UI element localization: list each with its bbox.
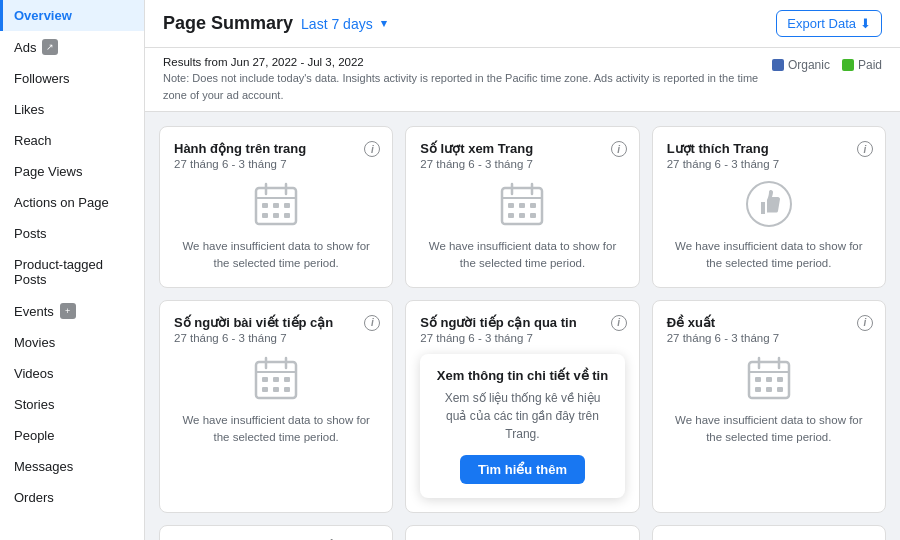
- card-subtitle: 27 tháng 6 - 3 tháng 7: [420, 158, 624, 170]
- sidebar-item-label: Messages: [14, 459, 73, 474]
- card-icon-area: [667, 354, 871, 402]
- card-message: We have insufficient data to show for th…: [174, 238, 378, 273]
- svg-rect-38: [755, 387, 761, 392]
- legend-organic: Organic: [772, 58, 830, 72]
- card-subtitle: 27 tháng 6 - 3 tháng 7: [667, 158, 871, 170]
- svg-rect-40: [777, 387, 783, 392]
- sidebar-item-overview[interactable]: Overview: [0, 0, 144, 31]
- page-title: Page Summary Last 7 days ▾: [163, 13, 387, 34]
- chevron-down-icon[interactable]: ▾: [381, 17, 387, 30]
- info-icon[interactable]: i: [857, 315, 873, 331]
- sidebar-item-messages[interactable]: Messages: [0, 451, 144, 482]
- svg-rect-39: [766, 387, 772, 392]
- card-icon-area: [420, 180, 624, 228]
- sidebar-item-label: People: [14, 428, 54, 443]
- calendar-icon: [252, 354, 300, 402]
- results-from: Results from Jun 27, 2022 - Jul 3, 2022: [163, 56, 364, 68]
- date-range-selector[interactable]: Last 7 days: [301, 16, 373, 32]
- tim-hieu-them-button[interactable]: Tìm hiểu thêm: [460, 455, 585, 484]
- page-header: Page Summary Last 7 days ▾ Export Data ⬇: [145, 0, 900, 48]
- card-title: Đề xuất: [667, 315, 871, 330]
- sidebar-item-followers[interactable]: Followers: [0, 63, 144, 94]
- calendar-icon: [745, 354, 793, 402]
- info-icon[interactable]: i: [364, 315, 380, 331]
- sidebar-item-label: Videos: [14, 366, 54, 381]
- export-data-button[interactable]: Export Data ⬇: [776, 10, 882, 37]
- svg-rect-17: [508, 213, 514, 218]
- card-so-nguoi-tiep-can: Số người tiếp cận qua tin 27 tháng 6 - 3…: [405, 300, 639, 513]
- sidebar-item-page-views[interactable]: Page Views: [0, 156, 144, 187]
- svg-rect-19: [530, 213, 536, 218]
- svg-rect-7: [262, 213, 268, 218]
- card-subtitle: 27 tháng 6 - 3 tháng 7: [420, 332, 624, 344]
- sidebar-item-reach[interactable]: Reach: [0, 125, 144, 156]
- svg-rect-37: [777, 377, 783, 382]
- svg-rect-25: [262, 377, 268, 382]
- card-title: Hành động trên trang: [174, 141, 378, 156]
- svg-rect-9: [284, 213, 290, 218]
- svg-rect-35: [755, 377, 761, 382]
- card-popup: Xem thông tin chi tiết về tin Xem số liệ…: [420, 354, 624, 498]
- sidebar: Overview Ads ↗ Followers Likes Reach Pag…: [0, 0, 145, 540]
- thumbsup-icon: [745, 180, 793, 228]
- sidebar-item-label: Reach: [14, 133, 52, 148]
- card-subtitle: 27 tháng 6 - 3 tháng 7: [174, 158, 378, 170]
- sidebar-item-label: Actions on Page: [14, 195, 109, 210]
- svg-rect-6: [284, 203, 290, 208]
- paid-dot: [842, 59, 854, 71]
- sidebar-item-label: Orders: [14, 490, 54, 505]
- svg-rect-16: [530, 203, 536, 208]
- svg-rect-28: [262, 387, 268, 392]
- card-title: Số người tiếp cận qua tin: [420, 315, 624, 330]
- card-nguoi-theo-doi: Người theo dõi Trang 27 tháng 6 - 3 thán…: [652, 525, 886, 541]
- sidebar-item-label: Ads: [14, 40, 36, 55]
- events-icon: +: [60, 303, 76, 319]
- card-message: We have insufficient data to show for th…: [667, 412, 871, 447]
- sidebar-item-label: Stories: [14, 397, 54, 412]
- info-icon[interactable]: i: [857, 141, 873, 157]
- card-subtitle: 27 tháng 6 - 3 tháng 7: [667, 332, 871, 344]
- info-note: Note: Does not include today's data. Ins…: [163, 72, 758, 101]
- sidebar-item-label: Product-tagged Posts: [14, 257, 130, 287]
- sidebar-item-label: Followers: [14, 71, 70, 86]
- sidebar-item-ads[interactable]: Ads ↗: [0, 31, 144, 63]
- sidebar-item-label: Posts: [14, 226, 47, 241]
- card-de-xuat: Đề xuất 27 tháng 6 - 3 tháng 7 i We have: [652, 300, 886, 513]
- sidebar-item-orders[interactable]: Orders: [0, 482, 144, 513]
- popup-title: Xem thông tin chi tiết về tin: [436, 368, 608, 383]
- sidebar-item-posts[interactable]: Posts: [0, 218, 144, 249]
- sidebar-item-movies[interactable]: Movies: [0, 327, 144, 358]
- card-message: We have insufficient data to show for th…: [174, 412, 378, 447]
- sidebar-item-label: Page Views: [14, 164, 82, 179]
- sidebar-item-videos[interactable]: Videos: [0, 358, 144, 389]
- legend: Organic Paid: [772, 58, 882, 72]
- calendar-icon: [498, 180, 546, 228]
- card-message: We have insufficient data to show for th…: [420, 238, 624, 273]
- svg-rect-26: [273, 377, 279, 382]
- sidebar-item-label: Events: [14, 304, 54, 319]
- organic-dot: [772, 59, 784, 71]
- card-icon-area: [174, 180, 378, 228]
- card-message: We have insufficient data to show for th…: [667, 238, 871, 273]
- sidebar-item-product-tagged-posts[interactable]: Product-tagged Posts: [0, 249, 144, 295]
- svg-rect-15: [519, 203, 525, 208]
- info-icon[interactable]: i: [611, 315, 627, 331]
- svg-rect-5: [273, 203, 279, 208]
- info-icon[interactable]: i: [611, 141, 627, 157]
- svg-rect-18: [519, 213, 525, 218]
- info-bar: Results from Jun 27, 2022 - Jul 3, 2022 …: [145, 48, 900, 112]
- sidebar-item-events[interactable]: Events +: [0, 295, 144, 327]
- card-luot-tuong-tac: Lượt tương tác với bài viết 27 tháng 6 -…: [159, 525, 393, 541]
- sidebar-item-label: Movies: [14, 335, 55, 350]
- card-luot-thich: Lượt thích Trang 27 tháng 6 - 3 tháng 7 …: [652, 126, 886, 288]
- svg-rect-29: [273, 387, 279, 392]
- sidebar-item-actions-on-page[interactable]: Actions on Page: [0, 187, 144, 218]
- svg-rect-4: [262, 203, 268, 208]
- sidebar-item-stories[interactable]: Stories: [0, 389, 144, 420]
- sidebar-item-people[interactable]: People: [0, 420, 144, 451]
- legend-paid: Paid: [842, 58, 882, 72]
- card-title: Số người bài viết tiếp cận: [174, 315, 378, 330]
- svg-rect-36: [766, 377, 772, 382]
- card-title: Lượt thích Trang: [667, 141, 871, 156]
- sidebar-item-likes[interactable]: Likes: [0, 94, 144, 125]
